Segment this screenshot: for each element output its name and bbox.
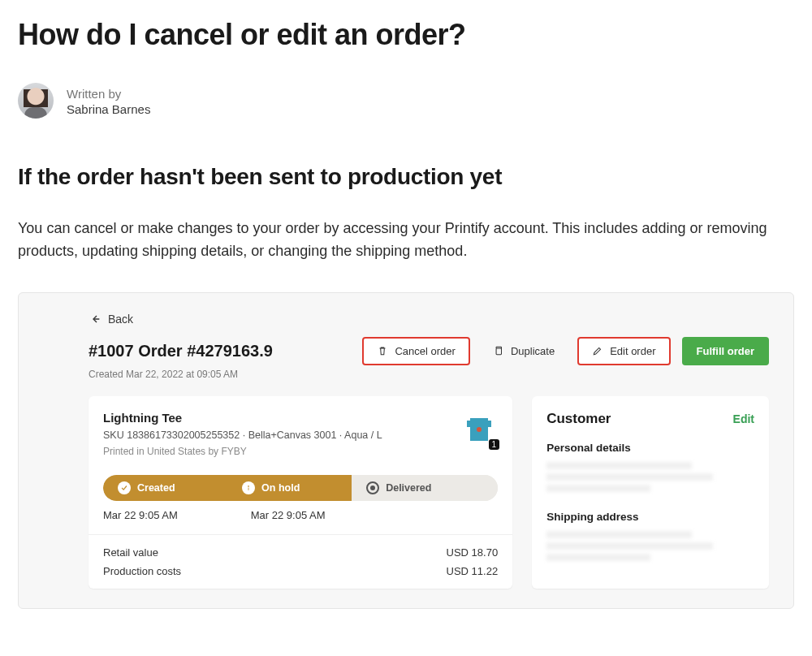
- author-block: Written by Sabrina Barnes: [18, 83, 794, 119]
- product-sku-line: SKU 18386173302005255352 · Bella+Canvas …: [103, 429, 382, 441]
- shipping-address-blurred: [546, 529, 754, 565]
- back-link[interactable]: Back: [89, 313, 133, 326]
- svg-point-1: [248, 486, 249, 487]
- fulfill-label: Fulfill order: [697, 345, 755, 357]
- order-created-meta: Created Mar 22, 2022 at 09:05 AM: [89, 369, 769, 380]
- product-qty-badge: 1: [489, 439, 500, 450]
- product-panel: Lightning Tee SKU 18386173302005255352 ·…: [89, 396, 512, 589]
- duplicate-label: Duplicate: [511, 345, 555, 357]
- status-time-onhold: Mar 22 9:05 AM: [251, 509, 326, 521]
- duplicate-icon: [493, 345, 504, 356]
- prod-cost-value: USD 11.22: [447, 565, 499, 577]
- author-avatar: [18, 83, 54, 119]
- written-by-label: Written by: [67, 85, 150, 102]
- edit-order-button[interactable]: Edit order: [577, 337, 670, 365]
- product-thumbnail: 1: [460, 411, 498, 448]
- status-delivered: Delivered: [352, 475, 498, 501]
- personal-details-blurred: [546, 460, 754, 496]
- status-created: Created: [103, 475, 227, 501]
- retail-label: Retail value: [103, 546, 158, 559]
- prod-cost-label: Production costs: [103, 565, 181, 577]
- cancel-label: Cancel order: [395, 345, 455, 357]
- svg-rect-2: [248, 487, 249, 490]
- cancel-order-button[interactable]: Cancel order: [362, 337, 469, 365]
- status-onhold-label: On hold: [261, 482, 300, 494]
- back-label: Back: [108, 313, 133, 326]
- fulfill-order-button[interactable]: Fulfill order: [682, 337, 770, 365]
- article-paragraph: You can cancel or make changes to your o…: [18, 218, 794, 263]
- retail-value: USD 18.70: [447, 546, 499, 559]
- customer-panel: Customer Edit Personal details Shipping …: [532, 396, 769, 589]
- trash-icon: [377, 345, 388, 356]
- arrow-left-icon: [89, 313, 102, 326]
- status-created-label: Created: [137, 482, 175, 494]
- svg-rect-0: [496, 348, 501, 355]
- status-onhold: On hold: [227, 475, 352, 501]
- customer-title: Customer: [546, 411, 611, 427]
- order-title: #1007 Order #4279163.9: [89, 342, 273, 360]
- product-name: Lightning Tee: [103, 411, 382, 425]
- status-time-created: Mar 22 9:05 AM: [103, 509, 178, 521]
- section-heading: If the order hasn't been sent to product…: [18, 164, 794, 190]
- article-title: How do I cancel or edit an order?: [18, 18, 794, 52]
- author-name: Sabrina Barnes: [67, 102, 150, 116]
- status-track: Created On hold Delivered: [103, 475, 498, 501]
- customer-edit-link[interactable]: Edit: [733, 412, 754, 425]
- status-delivered-label: Delivered: [386, 482, 431, 494]
- target-icon: [366, 481, 379, 494]
- duplicate-button[interactable]: Duplicate: [482, 339, 566, 364]
- edit-label: Edit order: [610, 345, 655, 357]
- info-icon: [242, 481, 255, 494]
- order-screenshot: Back #1007 Order #4279163.9 Cancel order…: [18, 292, 794, 609]
- pencil-icon: [592, 345, 603, 356]
- order-actions: Cancel order Duplicate Edit order Fulfil…: [362, 337, 769, 365]
- check-icon: [118, 481, 131, 494]
- shipping-address-label: Shipping address: [546, 511, 754, 523]
- personal-details-label: Personal details: [546, 442, 754, 454]
- product-printed: Printed in United States by FYBY: [103, 446, 382, 457]
